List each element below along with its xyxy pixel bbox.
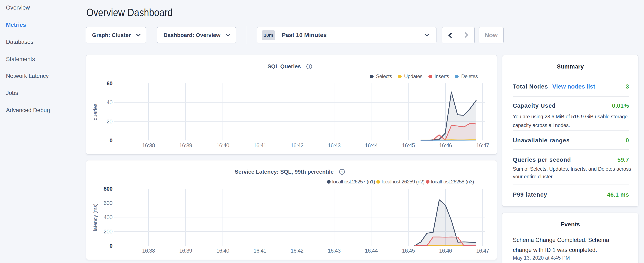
svg-text:20: 20 xyxy=(106,118,112,125)
svg-text:16:40: 16:40 xyxy=(216,142,230,149)
svg-text:16:41: 16:41 xyxy=(254,247,266,254)
svg-text:16:40: 16:40 xyxy=(216,247,230,254)
svg-text:16:45: 16:45 xyxy=(402,247,415,254)
svg-text:16:41: 16:41 xyxy=(254,142,266,149)
svg-text:16:47: 16:47 xyxy=(476,247,489,254)
svg-text:40: 40 xyxy=(106,99,112,106)
svg-text:16:44: 16:44 xyxy=(365,142,378,149)
svg-text:16:38: 16:38 xyxy=(142,247,155,254)
svg-text:16:46: 16:46 xyxy=(439,247,452,254)
svg-text:16:46: 16:46 xyxy=(439,142,452,149)
svg-text:queries: queries xyxy=(92,104,98,120)
svg-text:16:44: 16:44 xyxy=(365,247,378,254)
svg-text:16:42: 16:42 xyxy=(291,247,304,254)
svg-text:16:42: 16:42 xyxy=(291,142,304,149)
svg-text:0: 0 xyxy=(110,242,112,249)
svg-text:800: 800 xyxy=(104,185,112,192)
svg-text:16:47: 16:47 xyxy=(476,142,489,149)
svg-text:16:45: 16:45 xyxy=(402,142,415,149)
svg-text:latency (ms): latency (ms) xyxy=(92,203,98,231)
svg-text:16:43: 16:43 xyxy=(328,247,340,254)
svg-text:60: 60 xyxy=(106,80,112,87)
svg-text:200: 200 xyxy=(104,228,112,235)
svg-text:0: 0 xyxy=(110,137,112,144)
svg-text:16:39: 16:39 xyxy=(179,247,192,254)
svg-text:400: 400 xyxy=(104,214,112,220)
svg-text:16:39: 16:39 xyxy=(179,142,192,149)
svg-text:16:43: 16:43 xyxy=(328,142,340,149)
svg-text:600: 600 xyxy=(104,200,112,206)
svg-text:16:38: 16:38 xyxy=(142,142,155,149)
